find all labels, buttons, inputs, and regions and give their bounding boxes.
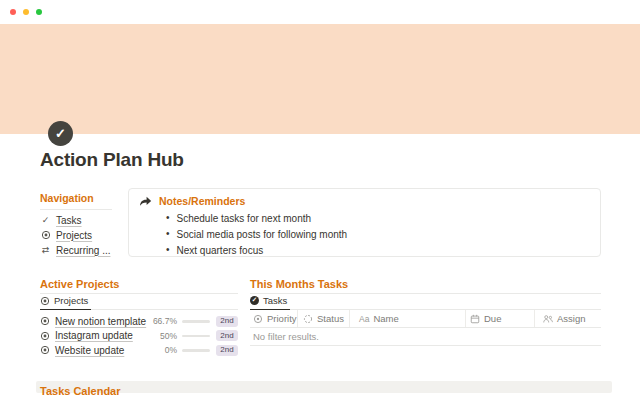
project-link[interactable]: New notion template bbox=[55, 316, 146, 327]
list-item: • Social media posts for following month bbox=[139, 226, 590, 242]
month-tasks-section: This Months Tasks ✓ Tasks Priority Statu… bbox=[250, 278, 601, 346]
notion-window: ✓ Action Plan Hub Navigation ✓ Tasks Pro… bbox=[0, 0, 640, 400]
tasks-calendar-header: Tasks Calendar bbox=[40, 385, 121, 397]
month-tasks-header: This Months Tasks bbox=[250, 278, 601, 290]
priority-circle-icon bbox=[253, 314, 263, 324]
bullet-icon: • bbox=[166, 245, 170, 255]
forward-arrow-icon bbox=[139, 196, 152, 207]
column-label: Name bbox=[373, 313, 398, 324]
page-title: Action Plan Hub bbox=[40, 150, 184, 170]
notes-bullet-list: • Schedule tasks for next month • Social… bbox=[139, 210, 590, 258]
notes-reminders-card: Notes/Reminders • Schedule tasks for nex… bbox=[128, 188, 601, 257]
progress-percent: 0% bbox=[165, 345, 177, 355]
empty-results-row: No filter results. bbox=[250, 328, 601, 346]
list-item: • Next quarters focus bbox=[139, 242, 590, 258]
column-header-due[interactable]: Due bbox=[466, 310, 535, 327]
tasks-calendar-band bbox=[36, 381, 612, 393]
notes-reminders-title: Notes/Reminders bbox=[159, 195, 245, 207]
check-icon: ✓ bbox=[40, 216, 51, 225]
target-icon bbox=[40, 230, 51, 240]
month-tasks-tab-row: ✓ Tasks bbox=[250, 294, 601, 310]
progress-percent: 50% bbox=[160, 331, 177, 341]
nav-link-label: Projects bbox=[56, 230, 92, 241]
column-header-priority[interactable]: Priority bbox=[250, 310, 298, 327]
active-projects-tab-row: Projects bbox=[40, 294, 238, 310]
column-label: Assign bbox=[557, 313, 586, 324]
navigation-divider bbox=[40, 209, 112, 210]
project-link[interactable]: Instagram update bbox=[55, 330, 133, 341]
text-aa-icon: Aa bbox=[359, 314, 369, 324]
active-projects-header: Active Projects bbox=[40, 278, 238, 290]
page-icon[interactable]: ✓ bbox=[48, 121, 73, 146]
target-icon bbox=[40, 345, 50, 355]
bullet-text: Next quarters focus bbox=[177, 245, 264, 256]
minimize-window-button[interactable] bbox=[23, 9, 29, 15]
column-header-assign[interactable]: Assign bbox=[535, 310, 601, 327]
tab-label: Tasks bbox=[263, 295, 287, 306]
progress-bar bbox=[182, 320, 210, 323]
progress-bar bbox=[182, 349, 210, 352]
nav-link-recurring[interactable]: ⇄ Recurring ... bbox=[40, 245, 112, 255]
target-icon bbox=[40, 296, 50, 306]
list-item: • Schedule tasks for next month bbox=[139, 210, 590, 226]
progress-bar bbox=[182, 335, 210, 338]
status-badge: 2nd bbox=[216, 330, 238, 341]
tasks-table-header: Priority Status Aa Name Due Assign bbox=[250, 310, 601, 328]
nav-link-label: Tasks bbox=[56, 215, 82, 226]
tab-label: Projects bbox=[54, 295, 88, 306]
status-badge: 2nd bbox=[216, 316, 238, 327]
target-icon bbox=[40, 316, 50, 326]
bullet-icon: • bbox=[166, 229, 170, 239]
bullet-text: Schedule tasks for next month bbox=[177, 213, 312, 224]
bullet-icon: • bbox=[166, 213, 170, 223]
nav-link-tasks[interactable]: ✓ Tasks bbox=[40, 215, 112, 225]
people-icon bbox=[543, 314, 553, 324]
table-row: Website update 0% 2nd bbox=[40, 343, 238, 358]
active-projects-rows: New notion template 66.7% 2nd Instagram … bbox=[40, 314, 238, 358]
status-badge: 2nd bbox=[216, 345, 238, 356]
column-label: Status bbox=[317, 313, 344, 324]
table-row: Instagram update 50% 2nd bbox=[40, 329, 238, 344]
check-icon: ✓ bbox=[55, 127, 66, 140]
nav-link-label: Recurring ... bbox=[56, 245, 110, 256]
notes-reminders-header-row: Notes/Reminders bbox=[139, 195, 590, 207]
column-header-name[interactable]: Aa Name bbox=[350, 310, 466, 327]
bullet-text: Social media posts for following month bbox=[177, 229, 348, 240]
repeat-icon: ⇄ bbox=[40, 246, 51, 255]
active-projects-section: Active Projects Projects New notion temp… bbox=[40, 278, 238, 358]
target-icon bbox=[40, 331, 50, 341]
window-titlebar bbox=[0, 0, 640, 24]
nav-link-projects[interactable]: Projects bbox=[40, 230, 112, 240]
tab-tasks[interactable]: ✓ Tasks bbox=[250, 295, 290, 310]
progress-percent: 66.7% bbox=[153, 316, 177, 326]
column-label: Priority bbox=[267, 313, 297, 324]
column-label: Due bbox=[484, 313, 501, 324]
table-row: New notion template 66.7% 2nd bbox=[40, 314, 238, 329]
navigation-section: Navigation ✓ Tasks Projects ⇄ Recurring … bbox=[40, 192, 112, 255]
navigation-section-header: Navigation bbox=[40, 192, 112, 204]
page-cover-banner bbox=[0, 24, 640, 134]
status-dashed-circle-icon bbox=[303, 314, 313, 324]
project-link[interactable]: Website update bbox=[55, 345, 124, 356]
tab-projects[interactable]: Projects bbox=[40, 295, 91, 310]
close-window-button[interactable] bbox=[10, 9, 16, 15]
check-circle-icon: ✓ bbox=[250, 296, 259, 305]
zoom-window-button[interactable] bbox=[36, 9, 42, 15]
column-header-status[interactable]: Status bbox=[298, 310, 350, 327]
calendar-icon bbox=[470, 314, 480, 324]
